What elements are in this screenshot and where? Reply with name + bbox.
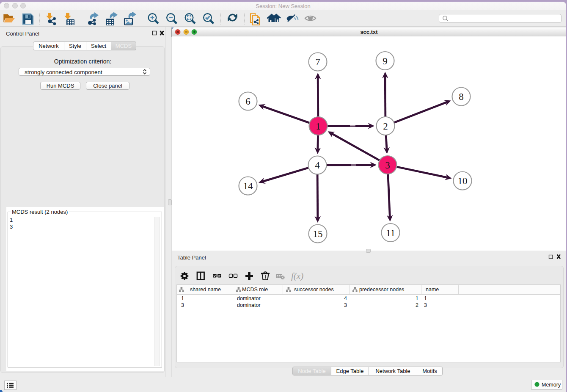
svg-text:3: 3 — [385, 160, 390, 171]
svg-text:6: 6 — [245, 96, 250, 107]
svg-text:8: 8 — [459, 91, 464, 102]
svg-text:1: 1 — [316, 121, 321, 132]
svg-text:7: 7 — [315, 57, 320, 67]
svg-text:10: 10 — [458, 176, 468, 186]
svg-text:4: 4 — [315, 160, 320, 171]
svg-text:15: 15 — [313, 229, 323, 239]
svg-text:f(x): f(x) — [291, 271, 303, 281]
svg-text:9: 9 — [383, 56, 388, 66]
svg-text:11: 11 — [386, 228, 395, 238]
svg-text:2: 2 — [383, 121, 388, 132]
svg-text:14: 14 — [243, 181, 253, 191]
